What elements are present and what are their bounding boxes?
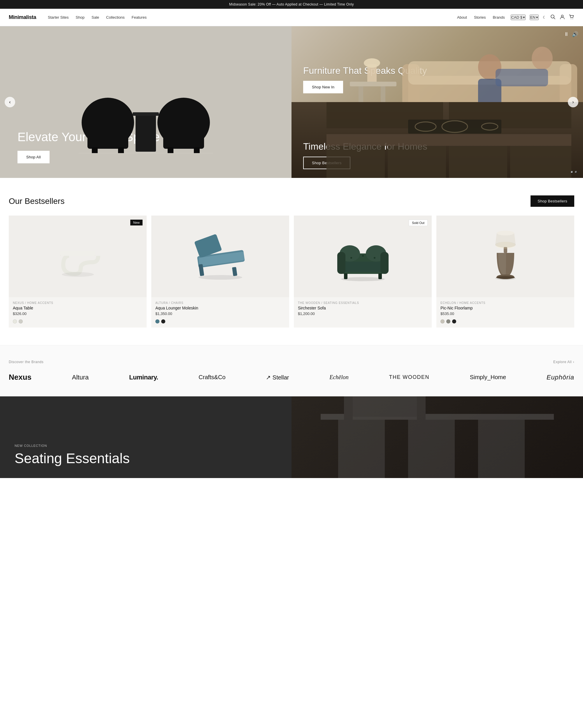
product-image-aqua-table: New: [9, 215, 147, 297]
nav-collections[interactable]: Collections: [106, 15, 125, 20]
new-collection-label: New Collection: [15, 444, 277, 447]
brand-crafts[interactable]: Crafts&Co: [198, 374, 225, 381]
product-price-2: $1,200.00: [294, 312, 432, 319]
new-collection-left: New Collection Seating Essentials: [0, 396, 292, 478]
product-price-3: $535.00: [436, 312, 574, 319]
search-icon: [550, 14, 556, 20]
nav-sale[interactable]: Sale: [91, 15, 99, 20]
svg-point-51: [198, 275, 242, 280]
nav-stories[interactable]: Stories: [474, 15, 485, 20]
svg-rect-10: [133, 112, 159, 116]
product-brand-0: NEXUS / HOME ACCENTS: [9, 297, 147, 306]
product-price-0: $326.00: [9, 312, 147, 319]
currency-chevron-icon: ▾: [523, 15, 525, 20]
product-swatches-0: [9, 319, 147, 328]
product-card-aqua-lounger[interactable]: ALTURA / CHAIRS Aqua Lounger Moleskin $1…: [151, 215, 289, 328]
svg-point-4: [573, 19, 573, 19]
hero-lower-illustration: [292, 102, 583, 178]
product-name-2: Sirchester Sofa: [294, 306, 432, 312]
svg-rect-8: [118, 147, 124, 153]
product-name-3: Pic-Nic Floorlamp: [436, 306, 574, 312]
swatch-3-2[interactable]: [452, 319, 456, 323]
svg-rect-12: [163, 131, 204, 149]
svg-rect-77: [417, 396, 425, 443]
bestsellers-section: Our Bestsellers Shop Bestsellers New NEX…: [0, 178, 583, 345]
product-name-1: Aqua Lounger Moleskin: [151, 306, 289, 312]
svg-point-61: [362, 255, 364, 257]
svg-rect-9: [136, 114, 156, 152]
chevron-left-icon: ‹: [9, 100, 10, 105]
svg-point-63: [341, 277, 385, 281]
nav-links-left: Starter Sites Shop Sale Collections Feat…: [48, 15, 457, 20]
bestsellers-header: Our Bestsellers Shop Bestsellers: [9, 196, 574, 207]
svg-rect-24: [350, 82, 396, 86]
svg-rect-75: [350, 396, 420, 417]
svg-rect-56: [337, 252, 345, 274]
shop-bestsellers-button[interactable]: Shop Bestsellers: [530, 196, 574, 207]
hero-dot-2[interactable]: [575, 171, 577, 173]
brand-luminary[interactable]: Luminary.: [129, 374, 158, 381]
aqua-table-illustration: [52, 230, 104, 283]
hero-dot-1[interactable]: [571, 171, 573, 173]
hero-prev-button[interactable]: ‹: [5, 97, 15, 107]
nav-shop[interactable]: Shop: [76, 15, 85, 20]
svg-point-60: [351, 257, 352, 259]
swatch-1-1[interactable]: [161, 319, 165, 323]
product-swatches-2: [294, 319, 432, 323]
swatch-0-0[interactable]: [13, 319, 17, 323]
account-button[interactable]: [560, 14, 565, 20]
hero-volume-button[interactable]: 🔊: [572, 31, 578, 37]
brand-euphoria[interactable]: Euphōria: [547, 374, 574, 381]
product-card-pic-nic-lamp[interactable]: ECHELON / HOME ACCENTS Pic-Nic Floorlamp…: [436, 215, 574, 328]
svg-rect-49: [232, 267, 237, 276]
product-badge-new: New: [130, 219, 142, 226]
nav-starter-sites[interactable]: Starter Sites: [48, 15, 69, 20]
svg-rect-44: [60, 251, 95, 256]
svg-point-45: [62, 272, 94, 277]
swatch-1-0[interactable]: [156, 319, 160, 323]
theme-toggle-button[interactable]: ☾: [543, 15, 546, 20]
nav-icons: CAD $ ▾ EN ▾ ☾: [511, 14, 574, 20]
new-collection-section: New Collection Seating Essentials: [0, 396, 583, 478]
svg-rect-26: [381, 86, 385, 102]
new-collection-right-inner: [292, 396, 583, 478]
language-chevron-icon: ▾: [536, 15, 538, 20]
product-grid: New NEXUS / HOME ACCENTS Aqua Table $326…: [9, 215, 574, 328]
search-button[interactable]: [550, 14, 556, 20]
product-brand-3: ECHELON / HOME ACCENTS: [436, 297, 574, 306]
hero-next-button[interactable]: ›: [568, 97, 578, 107]
brand-simplyhome[interactable]: Simply_Home: [470, 374, 506, 381]
svg-point-3: [571, 19, 571, 19]
svg-rect-76: [344, 396, 353, 443]
product-swatches-3: [436, 319, 574, 328]
explore-all-link[interactable]: Explore All ›: [553, 360, 574, 364]
swatch-3-0[interactable]: [441, 319, 445, 323]
cart-button[interactable]: [569, 14, 574, 20]
logo[interactable]: Minimalista: [9, 14, 36, 20]
new-collection-illustration: [292, 396, 583, 478]
product-card-aqua-table[interactable]: New NEXUS / HOME ACCENTS Aqua Table $326…: [9, 215, 147, 328]
language-selector[interactable]: EN ▾: [530, 15, 539, 20]
brand-altura[interactable]: Altura: [72, 374, 89, 381]
swatch-0-1[interactable]: [19, 319, 23, 323]
svg-rect-30: [327, 146, 385, 178]
product-brand-1: ALTURA / CHAIRS: [151, 297, 289, 306]
brand-stellar[interactable]: ↗ Stellar: [266, 374, 289, 381]
hero-pause-button[interactable]: ⏸: [564, 31, 569, 37]
brand-echelon[interactable]: Echēlon: [329, 374, 349, 381]
hero-furniture-svg: [79, 47, 213, 157]
hero-upper-illustration: [292, 26, 583, 102]
product-swatches-1: [151, 319, 289, 328]
nav-features[interactable]: Features: [132, 15, 147, 20]
brand-nexus[interactable]: Nexus: [9, 373, 31, 382]
svg-rect-25: [359, 86, 363, 102]
product-image-sirchester-sofa: Sold Out: [294, 215, 432, 297]
product-card-sirchester-sofa[interactable]: Sold Out: [294, 215, 432, 328]
nav-brands[interactable]: Brands: [493, 15, 505, 20]
brand-wooden[interactable]: THE WOODEN: [389, 374, 429, 380]
nav-about[interactable]: About: [457, 15, 467, 20]
svg-point-22: [532, 47, 553, 70]
swatch-3-1[interactable]: [446, 319, 450, 323]
svg-point-28: [364, 58, 380, 68]
currency-selector[interactable]: CAD $ ▾: [511, 15, 526, 20]
